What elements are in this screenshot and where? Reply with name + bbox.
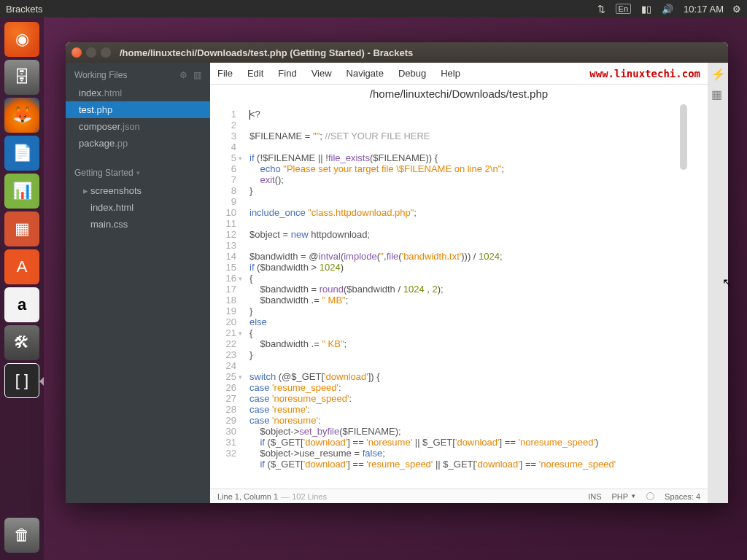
menu-navigate[interactable]: Navigate [347,68,384,79]
project-header[interactable]: Getting Started ▾ [66,160,210,182]
scrollbar-thumb[interactable] [680,104,687,170]
file-path: /home/linuxtechi/Downloads/test.php [210,85,708,104]
window-title: /home/linuxtechi/Downloads/test.php (Get… [120,47,413,58]
launcher-impress[interactable]: ▦ [4,211,39,246]
editor-pane: FileEditFindViewNavigateDebugHelp www.li… [210,63,708,503]
keyboard-indicator[interactable]: En [616,4,631,14]
system-gear-icon[interactable]: ⚙ [732,4,741,15]
menubar: FileEditFindViewNavigateDebugHelp www.li… [210,63,708,85]
battery-icon[interactable]: ▮▯ [641,4,651,15]
active-app-label: Brackets [6,4,43,15]
brand-watermark: www.linuxtechi.com [589,68,700,79]
file-main[interactable]: main.css [66,216,210,233]
launcher-calc[interactable]: 📊 [4,174,39,209]
titlebar[interactable]: /home/linuxtechi/Downloads/test.php (Get… [66,42,728,63]
window-maximize-button[interactable] [101,47,111,58]
working-file-package[interactable]: package.pp [66,135,210,152]
menu-edit[interactable]: Edit [247,68,263,79]
brackets-window: /home/linuxtechi/Downloads/test.php (Get… [66,42,728,503]
menu-file[interactable]: File [217,68,233,79]
chevron-down-icon: ▾ [136,169,140,176]
total-lines: 102 Lines [292,492,327,501]
launcher-ubuntu-dash[interactable]: ◉ [4,22,39,57]
network-icon[interactable]: ⇅ [597,4,605,15]
window-close-button[interactable] [71,47,82,58]
window-minimize-button[interactable] [86,47,96,58]
right-toolbar: ⚡ ▦ [708,63,728,503]
gear-icon[interactable]: ⚙ [179,70,187,80]
split-icon[interactable]: ▥ [193,70,201,80]
extensions-icon[interactable]: ▦ [711,88,724,101]
sidebar: Working Files ⚙ ▥ index.htmltest.phpcomp… [66,63,210,503]
launcher-files[interactable]: 🗄 [4,60,39,95]
trash-icon[interactable]: 🗑 [4,518,39,553]
volume-icon[interactable]: 🔊 [662,4,673,15]
clock[interactable]: 10:17 AM [684,4,724,15]
launcher-firefox[interactable]: 🦊 [4,98,39,133]
folder-screenshots[interactable]: ▸screenshots [66,182,210,199]
cursor-position[interactable]: Line 1, Column 1 [217,492,278,501]
lint-status[interactable] [646,492,654,500]
working-file-composer[interactable]: composer.json [66,118,210,135]
insert-mode[interactable]: INS [588,492,601,501]
working-file-test[interactable]: test.php [66,101,210,118]
launcher-settings[interactable]: 🛠 [4,325,39,360]
unity-launcher: ◉🗄🦊📄📊▦Aa🛠[ ] 🗑 [0,18,44,560]
menu-debug[interactable]: Debug [398,68,426,79]
statusbar: Line 1, Column 1 — 102 Lines INS PHP ▼ S… [210,489,708,503]
menu-help[interactable]: Help [441,68,460,79]
file-index[interactable]: index.html [66,199,210,216]
menu-view[interactable]: View [311,68,332,79]
working-files-header[interactable]: Working Files ⚙ ▥ [66,63,210,85]
launcher-writer[interactable]: 📄 [4,136,39,171]
menu-find[interactable]: Find [278,68,296,79]
launcher-software[interactable]: A [4,249,39,284]
code-editor[interactable]: 12345▾678910111213141516▾1718192021▾2223… [210,104,708,489]
launcher-brackets[interactable]: [ ] [4,363,39,398]
indent-setting[interactable]: Spaces: 4 [665,492,700,501]
working-file-index[interactable]: index.html [66,85,210,101]
language-mode[interactable]: PHP ▼ [612,492,637,501]
live-preview-icon[interactable]: ⚡ [711,67,724,80]
top-panel: Brackets ⇅ En ▮▯ 🔊 10:17 AM ⚙ [0,0,747,18]
launcher-amazon[interactable]: a [4,287,39,322]
